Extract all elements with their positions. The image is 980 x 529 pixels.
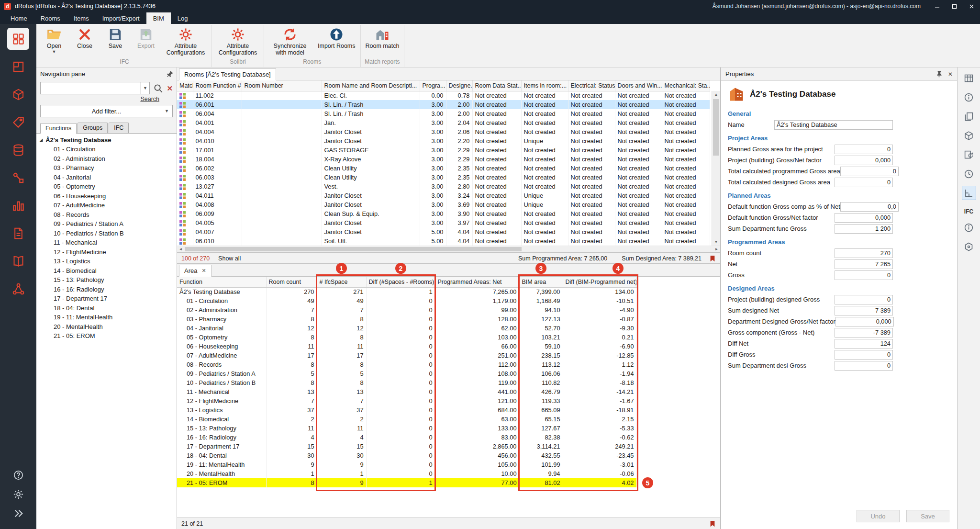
area-row[interactable]: 11 - Mechanical13130441.00426.79-14.21 — [177, 387, 636, 396]
save-button[interactable]: Save — [100, 25, 131, 50]
rooms-column-header[interactable]: Room Number — [242, 80, 322, 91]
area-row[interactable]: 10 - Pediatrics / Station B880119.00110.… — [177, 378, 636, 387]
area-row[interactable]: 08 - Records880112.00113.121.12 — [177, 360, 636, 369]
property-input-name[interactable] — [774, 120, 893, 130]
tree-item-11-mechanical[interactable]: 11 - Mechanical — [36, 238, 177, 248]
synchronize-with-model-button[interactable]: Synchronize with model — [266, 25, 314, 56]
tree-item-16-16-radiology[interactable]: 16 - 16: Radiology — [36, 285, 177, 294]
module-network-icon[interactable] — [7, 278, 29, 300]
area-column-header[interactable]: Diff (BIM-Programmed net) — [563, 277, 636, 287]
room-row[interactable]: 06.001Sl. Lin. / Trash3.002.00Not create… — [177, 100, 710, 109]
property-input-sum-department-desi-gross[interactable] — [835, 361, 893, 371]
menu-tab-log[interactable]: Log — [171, 12, 195, 24]
property-input-project-building-designed-gross[interactable] — [835, 295, 893, 304]
scroll-right-icon[interactable]: ► — [713, 246, 720, 252]
room-row[interactable]: 04.004Janitor Closet3.002.06Not createdN… — [177, 127, 710, 136]
area-panel-icon[interactable] — [962, 186, 976, 200]
room-row[interactable]: 06.009Clean Sup. & Equip.3.003.90Not cre… — [177, 209, 710, 218]
export-button[interactable]: Export — [131, 25, 161, 50]
property-input-diff-gross[interactable] — [835, 350, 893, 360]
search-icon[interactable] — [153, 83, 163, 93]
property-input-diff-net[interactable] — [835, 339, 893, 349]
room-row[interactable]: 04.007Janitor Closet5.004.04Not createdN… — [177, 227, 710, 236]
expand-icon[interactable] — [10, 505, 27, 521]
tree-item-18-04-dental[interactable]: 18 - 04: Dental — [36, 304, 177, 313]
info-icon[interactable] — [962, 221, 976, 234]
tree-item-15-13-pathology[interactable]: 15 - 13: Pathology — [36, 275, 177, 285]
property-input-total-calculated-programmed-gross-area[interactable] — [840, 167, 899, 176]
tree-item-07-adultmedicine[interactable]: 07 - AdultMedicine — [36, 201, 177, 210]
area-row[interactable]: 09 - Pediatrics / Station A550108.00106.… — [177, 369, 636, 378]
add-filter-dropdown[interactable]: Add filter... ▼ — [40, 105, 173, 117]
rooms-column-header[interactable]: Room Name and Room Descripti... — [322, 80, 420, 91]
pin-icon[interactable] — [935, 70, 942, 78]
menu-tab-import-export[interactable]: Import/Export — [96, 12, 146, 24]
tree-item-21-05-erom[interactable]: 21 - 05: EROM — [36, 331, 177, 341]
menu-tab-items[interactable]: Items — [67, 12, 96, 24]
open-button[interactable]: Open▼ — [39, 25, 69, 55]
area-row[interactable]: 19 - 11: MentalHealth990105.00101.99-3.0… — [177, 460, 636, 469]
tree-item-05-optometry[interactable]: 05 - Optometry — [36, 182, 177, 191]
area-row[interactable]: 02 - Administration77099.0094.10-4.90 — [177, 305, 636, 315]
tree-item-04-janitorial[interactable]: 04 - Janitorial — [36, 173, 177, 182]
bookmark-icon[interactable] — [709, 520, 716, 527]
tree-item-13-logistics[interactable]: 13 - Logistics — [36, 257, 177, 266]
area-row[interactable]: 21 - 05: EROM89177.0081.024.02 — [177, 478, 636, 487]
property-input-sum-department-func-gross[interactable] — [835, 224, 893, 234]
area-column-header[interactable]: Room count — [266, 277, 317, 287]
menu-tab-home[interactable]: Home — [4, 12, 34, 24]
import-rooms-button[interactable]: Import Rooms — [314, 25, 359, 50]
property-input-gross[interactable] — [835, 270, 893, 280]
room-match-button[interactable]: Room match — [362, 25, 403, 50]
nav-tab-groups[interactable]: Groups — [78, 123, 108, 133]
minimize-button[interactable] — [928, 0, 946, 12]
clear-search-icon[interactable]: ✕ — [167, 85, 173, 92]
close-tab-icon[interactable]: ✕ — [201, 268, 206, 274]
area-row[interactable]: 16 - 16: Radiology44083.0082.38-0.62 — [177, 433, 636, 442]
bookmark-icon[interactable] — [709, 255, 716, 262]
help-icon[interactable] — [10, 467, 27, 483]
area-row[interactable]: 14 - Biomedical22063.0065.152.15 — [177, 415, 636, 424]
module-workflow-icon[interactable] — [7, 167, 29, 189]
history-icon[interactable] — [962, 167, 976, 180]
save-properties-button[interactable]: Save — [906, 510, 949, 522]
area-column-header[interactable]: Diff (#Spaces - #Rooms) — [366, 277, 435, 287]
search-dropdown-icon[interactable]: ▼ — [140, 82, 149, 94]
room-row[interactable]: 13.027Vest.3.002.80Not createdNot create… — [177, 182, 710, 191]
room-row[interactable]: 06.002Clean Utility3.002.35Not createdNo… — [177, 164, 710, 173]
rooms-column-header[interactable]: Room Function # — [193, 80, 242, 91]
rooms-column-header[interactable]: Designe... — [446, 80, 472, 91]
tree-item-17-department-17[interactable]: 17 - Department 17 — [36, 294, 177, 304]
tree-item-14-biomedical[interactable]: 14 - Biomedical — [36, 266, 177, 276]
tree-item-08-records[interactable]: 08 - Records — [36, 210, 177, 220]
module-items-icon[interactable] — [7, 83, 29, 105]
show-all-link[interactable]: Show all — [218, 255, 241, 262]
module-logbook-icon[interactable] — [7, 250, 29, 272]
room-row[interactable]: 11.002Elec. Cl.0.000.78Not createdNot cr… — [177, 91, 710, 100]
documents-icon[interactable] — [962, 110, 976, 123]
scroll-left-icon[interactable]: ◄ — [177, 246, 184, 252]
room-row[interactable]: 04.011Janitor Closet3.003.24Not createdU… — [177, 191, 710, 200]
tree-item-02-administration[interactable]: 02 - Administration — [36, 154, 177, 164]
module-reports-icon[interactable] — [7, 194, 29, 216]
area-row[interactable]: 20 - MentalHealth11010.009.94-0.06 — [177, 469, 636, 478]
area-column-header[interactable]: BIM area — [519, 277, 563, 287]
property-input-room-count[interactable] — [835, 248, 893, 258]
area-tab[interactable]: Area ✕ — [179, 265, 212, 277]
scrollbar-thumb[interactable] — [185, 247, 522, 251]
sync-doc-icon[interactable] — [962, 148, 976, 161]
rooms-column-header[interactable]: Doors and Win... — [615, 80, 662, 91]
tree-item-10-pediatrics-station-b[interactable]: 10 - Pediatrics / Station B — [36, 229, 177, 238]
search-input[interactable] — [41, 85, 140, 92]
area-column-header[interactable]: # IfcSpace — [317, 277, 366, 287]
module-products-icon[interactable] — [7, 111, 29, 133]
property-input-default-function-gross-net-factor[interactable] — [835, 213, 893, 223]
area-row[interactable]: 18 - 04: Dental30300456.00432.55-23.45 — [177, 451, 636, 460]
area-column-header[interactable]: Function — [177, 277, 266, 287]
rooms-column-header[interactable]: Items in room:... — [521, 80, 568, 91]
cube-icon[interactable] — [962, 129, 976, 142]
room-row[interactable]: 04.008Janitor Closet3.003.69Not createdU… — [177, 200, 710, 209]
area-row[interactable]: 05 - Optometry880103.00103.210.21 — [177, 333, 636, 342]
area-row[interactable]: 15 - 13: Pathology11110133.00127.67-5.33 — [177, 424, 636, 433]
close-panel-icon[interactable]: ✕ — [948, 71, 953, 78]
